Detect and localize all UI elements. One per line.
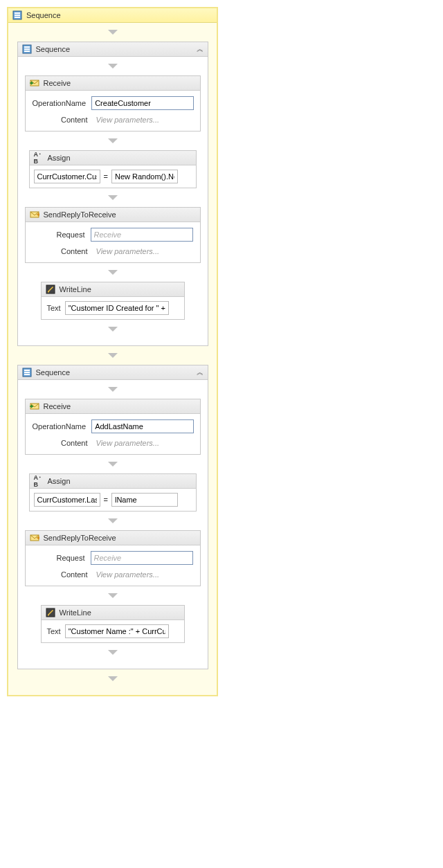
activity-header[interactable]: Receive xyxy=(26,399,200,414)
svg-rect-3 xyxy=(15,17,20,18)
sendreply-activity[interactable]: SendReplyToReceive Request Content View … xyxy=(25,207,201,263)
writeline-activity[interactable]: WriteLine Text xyxy=(41,282,185,320)
send-icon xyxy=(30,533,39,543)
receive-activity[interactable]: Receive OperationName Content View param… xyxy=(25,75,201,132)
text-label: Text xyxy=(47,627,61,635)
sequence-header[interactable]: Sequence xyxy=(8,8,217,23)
view-parameters-link[interactable]: View parameters... xyxy=(93,437,163,449)
sequence-title: Sequence xyxy=(36,368,71,377)
text-label: Text xyxy=(47,304,61,312)
collapse-icon[interactable]: ︽ xyxy=(197,44,204,54)
equals-label: = xyxy=(103,496,109,504)
equals-label: = xyxy=(103,172,109,181)
sequence-icon xyxy=(22,368,32,377)
flow-arrow-icon xyxy=(108,138,118,143)
writeline-text-input[interactable] xyxy=(65,624,169,638)
svg-rect-1 xyxy=(15,12,20,14)
view-parameters-link[interactable]: View parameters... xyxy=(93,246,163,257)
activity-header[interactable]: SendReplyToReceive xyxy=(26,531,200,545)
flow-arrow-icon xyxy=(108,650,118,655)
sequence-icon xyxy=(22,44,32,54)
sequence-icon xyxy=(12,10,22,20)
receive-activity[interactable]: Receive OperationName Content View param… xyxy=(25,399,201,455)
activity-title: Receive xyxy=(44,79,71,87)
sequence-header[interactable]: Sequence ︽ xyxy=(18,365,208,380)
view-parameters-link[interactable]: View parameters... xyxy=(93,114,163,125)
assign-to-input[interactable] xyxy=(34,170,100,183)
activity-title: Assign xyxy=(48,477,71,485)
sequence-header[interactable]: Sequence ︽ xyxy=(18,42,208,57)
content-label: Content xyxy=(33,439,93,447)
assign-to-input[interactable] xyxy=(34,493,100,507)
svg-rect-15 xyxy=(24,374,30,375)
activity-title: WriteLine xyxy=(60,608,91,617)
receive-icon xyxy=(30,401,39,411)
flow-arrow-icon xyxy=(108,327,118,332)
collapse-icon[interactable]: ︽ xyxy=(197,368,204,377)
operationname-input[interactable] xyxy=(91,419,194,433)
inner-sequence-1[interactable]: Sequence ︽ Receive xyxy=(17,42,208,346)
activity-title: SendReplyToReceive xyxy=(44,210,116,219)
svg-rect-11 xyxy=(48,291,49,293)
request-label: Request xyxy=(33,230,91,239)
flow-arrow-icon xyxy=(108,676,118,681)
sequence-title: Sequence xyxy=(36,45,71,53)
assign-icon: A᛫B xyxy=(34,153,44,163)
inner-sequence-2[interactable]: Sequence ︽ Receive xyxy=(17,365,208,669)
receive-icon xyxy=(30,78,39,88)
writeline-activity[interactable]: WriteLine Text xyxy=(41,605,185,643)
activity-title: Receive xyxy=(44,402,71,410)
svg-rect-19 xyxy=(48,615,49,616)
activity-header[interactable]: WriteLine xyxy=(42,606,184,620)
operationname-label: OperationName xyxy=(33,422,92,431)
activity-title: WriteLine xyxy=(60,285,91,293)
flow-arrow-icon xyxy=(108,518,118,523)
assign-activity[interactable]: A᛫B Assign = xyxy=(29,473,197,512)
content-label: Content xyxy=(33,116,93,124)
activity-title: Assign xyxy=(48,154,71,162)
operationname-label: OperationName xyxy=(33,99,92,107)
activity-header[interactable]: SendReplyToReceive xyxy=(26,208,200,222)
content-label: Content xyxy=(33,570,93,579)
activity-header[interactable]: A᛫B Assign xyxy=(30,474,196,489)
sequence-title: Sequence xyxy=(26,11,61,19)
svg-rect-13 xyxy=(24,370,30,371)
svg-rect-2 xyxy=(15,15,20,16)
sendreply-activity[interactable]: SendReplyToReceive Request Content View … xyxy=(25,530,201,586)
request-input[interactable] xyxy=(91,228,193,242)
assign-value-input[interactable] xyxy=(111,170,178,183)
assign-activity[interactable]: A᛫B Assign = xyxy=(29,150,197,188)
svg-rect-5 xyxy=(24,46,30,48)
request-label: Request xyxy=(33,554,91,562)
activity-header[interactable]: A᛫B Assign xyxy=(30,151,196,165)
svg-rect-6 xyxy=(24,48,30,50)
send-icon xyxy=(30,210,39,219)
view-parameters-link[interactable]: View parameters... xyxy=(93,569,163,580)
writeline-icon xyxy=(46,284,55,294)
flow-arrow-icon xyxy=(108,270,118,275)
activity-header[interactable]: WriteLine xyxy=(42,282,184,297)
flow-arrow-icon xyxy=(108,64,118,69)
flow-arrow-icon xyxy=(108,195,118,200)
activity-header[interactable]: Receive xyxy=(26,76,200,91)
assign-value-input[interactable] xyxy=(111,493,178,507)
operationname-input[interactable] xyxy=(91,96,194,110)
flow-arrow-icon xyxy=(108,593,118,598)
writeline-icon xyxy=(46,608,55,617)
flow-arrow-icon xyxy=(108,30,118,35)
flow-arrow-icon xyxy=(108,387,118,392)
flow-arrow-icon xyxy=(108,353,118,358)
writeline-text-input[interactable] xyxy=(65,301,169,315)
content-label: Content xyxy=(33,247,93,255)
outer-sequence[interactable]: Sequence Sequence ︽ xyxy=(7,7,218,696)
request-input[interactable] xyxy=(91,551,193,565)
assign-icon: A᛫B xyxy=(34,476,44,486)
svg-rect-14 xyxy=(24,372,30,373)
svg-rect-7 xyxy=(24,51,30,52)
flow-arrow-icon xyxy=(108,462,118,467)
activity-title: SendReplyToReceive xyxy=(44,534,116,542)
